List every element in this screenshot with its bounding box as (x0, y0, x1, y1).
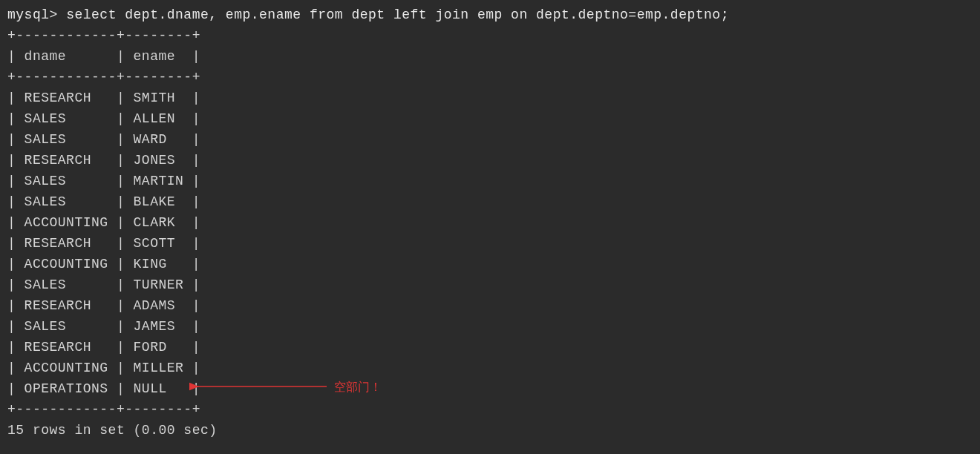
sql-prompt-line: mysql> select dept.dname, emp.ename from… (7, 4, 973, 25)
table-border: +------------+--------+ (7, 67, 973, 88)
table-row: | RESEARCH | SMITH | (7, 88, 973, 108)
table-row: | ACCOUNTING | MILLER | (7, 358, 973, 378)
table-row: | SALES | TURNER | (7, 274, 973, 295)
table-row: | SALES | BLAKE | (7, 191, 973, 212)
table-border: +------------+--------+ (7, 25, 973, 46)
table-row: | RESEARCH | SCOTT | (7, 233, 973, 254)
table-row: | SALES | JAMES | (7, 316, 973, 337)
table-row: | SALES | WARD | (7, 129, 973, 150)
result-summary: 15 rows in set (0.00 sec) (7, 420, 973, 441)
table-row: | SALES | MARTIN | (7, 171, 973, 191)
annotation-label: 空部门！ (334, 380, 382, 395)
table-row: | RESEARCH | JONES | (7, 150, 973, 171)
mysql-prompt: mysql> (7, 7, 66, 22)
table-border: +------------+--------+ (7, 399, 973, 420)
table-header-row: | dname | ename | (7, 46, 973, 67)
table-row: | SALES | ALLEN | (7, 108, 973, 129)
table-row: | OPERATIONS | NULL | (7, 378, 973, 399)
terminal-output[interactable]: mysql> select dept.dname, emp.ename from… (7, 4, 973, 441)
sql-command: select dept.dname, emp.ename from dept l… (66, 7, 729, 22)
table-row: | RESEARCH | FORD | (7, 337, 973, 358)
table-row: | ACCOUNTING | KING | (7, 254, 973, 274)
table-row: | RESEARCH | ADAMS | (7, 295, 973, 316)
table-row: | ACCOUNTING | CLARK | (7, 212, 973, 233)
